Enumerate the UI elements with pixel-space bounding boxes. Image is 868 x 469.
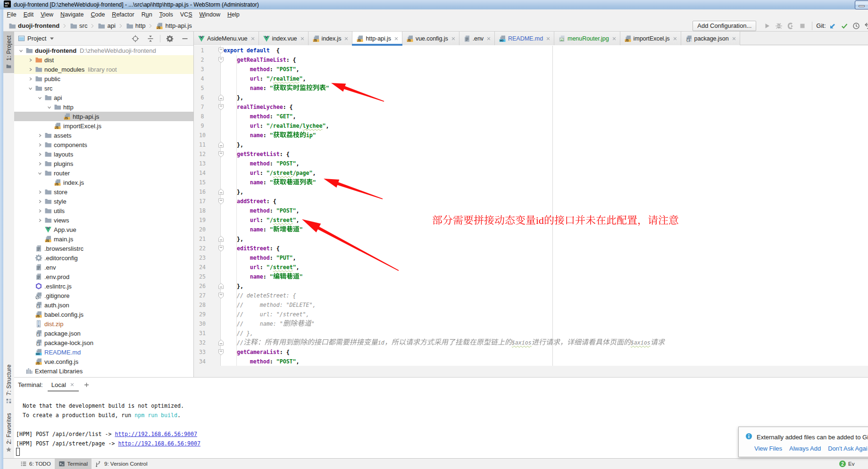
tree-item-external-libraries[interactable]: External Libraries — [14, 366, 193, 376]
tree-item-src[interactable]: src — [14, 83, 193, 93]
menu-edit[interactable]: Edit — [20, 10, 37, 19]
chevron-right-icon[interactable] — [35, 151, 44, 157]
chevron-right-icon[interactable] — [35, 161, 44, 167]
breadcrumb-item[interactable]: api — [107, 22, 115, 29]
collapse-all-icon[interactable] — [147, 35, 154, 42]
terminal-tab-local[interactable]: Local — [48, 378, 79, 392]
editor-tab-menurouter-jpg[interactable]: menuRouter.jpg — [554, 32, 620, 45]
tree-item-http[interactable]: http — [14, 102, 193, 112]
tree-item-node_modules[interactable]: node_moduleslibrary root — [14, 65, 193, 74]
editor-tab-asidemenu-vue[interactable]: AsideMenu.vue — [194, 32, 259, 45]
breadcrumb-item[interactable]: http-api.js — [165, 22, 192, 29]
notification-link-view-files[interactable]: View Files — [754, 445, 782, 452]
tab-close-icon[interactable] — [611, 36, 617, 41]
git-commit-icon[interactable] — [841, 22, 848, 30]
minimize-button[interactable] — [855, 0, 868, 9]
editor-tab-importexcel-js[interactable]: importExcel.js — [620, 32, 681, 45]
tree-item-utils[interactable]: utils — [14, 206, 193, 215]
notification-link-always-add[interactable]: Always Add — [789, 445, 821, 452]
terminal-tab-close-icon[interactable] — [69, 382, 75, 387]
tree-item-style[interactable]: style — [14, 197, 193, 206]
tree-item-assets[interactable]: assets — [14, 131, 193, 140]
chevron-right-icon[interactable] — [35, 217, 44, 223]
tree-item--env-prod[interactable]: .env.prod — [14, 272, 193, 281]
stripe-tab-2-favorites[interactable]: 2: Favorites — [3, 409, 14, 456]
tree-item-duoji-frontend[interactable]: duoji-frontendD:\zheheWeb\duoji-frontend — [14, 46, 193, 55]
notification-balloon[interactable]: Externally added files can be added to G… — [738, 427, 868, 457]
tree-item-public[interactable]: public — [14, 74, 193, 83]
tree-item-main-js[interactable]: main.js — [14, 234, 193, 244]
tree-item-babel-config-js[interactable]: babel.config.js — [14, 310, 193, 319]
menu-vcs[interactable]: VCS — [176, 10, 196, 19]
tree-item-dist-zip[interactable]: dist.zip — [14, 319, 193, 329]
editor-tab-index-vue[interactable]: index.vue — [259, 32, 309, 45]
statusbar-6-todo[interactable]: 6: TODO — [17, 459, 55, 469]
tree-item-router[interactable]: router — [14, 168, 193, 178]
tree-item-store[interactable]: store — [14, 187, 193, 197]
statusbar-terminal[interactable]: Terminal — [55, 459, 92, 469]
chevron-down-icon[interactable] — [35, 95, 44, 101]
tree-item-components[interactable]: components — [14, 140, 193, 149]
git-history-icon[interactable] — [852, 22, 860, 30]
tab-close-icon[interactable] — [545, 36, 551, 41]
tree-item-auth-json[interactable]: auth.json — [14, 300, 193, 310]
breadcrumb-item[interactable]: src — [79, 22, 87, 29]
tab-close-icon[interactable] — [486, 36, 492, 41]
chevron-down-icon[interactable] — [35, 170, 44, 176]
menu-navigate[interactable]: Navigate — [57, 10, 87, 19]
tree-item--eslintrc-js[interactable]: .eslintrc.js — [14, 281, 193, 291]
chevron-down-icon[interactable] — [25, 85, 35, 91]
notification-link-don-t-ask-agai[interactable]: Don't Ask Agai — [828, 445, 867, 452]
run-icon[interactable] — [763, 22, 771, 30]
tree-item-api[interactable]: api — [14, 93, 193, 102]
editor[interactable]: 1234567891011121314151617181920212223242… — [194, 46, 868, 366]
chevron-right-icon[interactable] — [35, 198, 44, 205]
tree-item--env[interactable]: .env — [14, 263, 193, 272]
tree-item--browserslistrc[interactable]: .browserslistrc — [14, 244, 193, 253]
panel-settings-icon[interactable] — [166, 35, 174, 42]
tree-item-package-lock-json[interactable]: package-lock.json — [14, 338, 193, 347]
tree-item-plugins[interactable]: plugins — [14, 159, 193, 168]
tab-close-icon[interactable] — [300, 36, 305, 41]
editor-tab-http-api-js[interactable]: http-api.js — [352, 32, 402, 45]
menu-code[interactable]: Code — [87, 10, 108, 19]
tree-item-dist[interactable]: dist — [14, 55, 193, 65]
tree-item-layouts[interactable]: layouts — [14, 149, 193, 159]
chevron-right-icon[interactable] — [35, 132, 44, 139]
statusbar-9-version-control[interactable]: 9: Version Control — [92, 459, 151, 469]
editor-tab-vue-config-js[interactable]: vue.config.js — [402, 32, 459, 45]
chevron-right-icon[interactable] — [25, 76, 35, 82]
tree-item--gitignore[interactable]: .gitignore — [14, 291, 193, 300]
menu-tools[interactable]: Tools — [156, 10, 176, 19]
tree-item--editorconfig[interactable]: .editorconfig — [14, 253, 193, 263]
tree-item-readme-md[interactable]: README.md — [14, 347, 193, 357]
debug-icon[interactable] — [775, 22, 783, 30]
title-bar[interactable]: duoji-frontend [D:\zheheWeb\duoji-fronte… — [0, 0, 868, 9]
hide-panel-icon[interactable] — [181, 35, 189, 42]
menu-window[interactable]: Window — [196, 10, 224, 19]
project-dropdown-icon[interactable] — [50, 35, 54, 42]
locate-file-icon[interactable] — [132, 35, 139, 42]
git-revert-icon[interactable] — [864, 22, 868, 30]
editor-tab-index-js[interactable]: index.js — [309, 32, 353, 45]
menu-refactor[interactable]: Refactor — [108, 10, 138, 19]
tab-close-icon[interactable] — [343, 36, 349, 41]
tab-close-icon[interactable] — [672, 36, 678, 41]
tree-item-views[interactable]: views — [14, 215, 193, 225]
chevron-down-icon[interactable] — [44, 104, 54, 110]
tab-close-icon[interactable] — [731, 36, 737, 41]
git-update-icon[interactable] — [829, 22, 836, 30]
coverage-icon[interactable] — [787, 22, 794, 30]
editor-tab--env[interactable]: .env — [459, 32, 495, 45]
tree-item-importexcel-js[interactable]: importExcel.js — [14, 121, 193, 131]
editor-tab-package-json[interactable]: package.json — [681, 32, 740, 45]
terminal-new-tab-icon[interactable] — [83, 382, 90, 388]
chevron-right-icon[interactable] — [35, 142, 44, 148]
menu-file[interactable]: File — [3, 10, 20, 19]
tab-close-icon[interactable] — [250, 36, 256, 41]
menu-run[interactable]: Run — [138, 10, 156, 19]
tree-item-package-json[interactable]: package.json — [14, 329, 193, 338]
tree-item-http-api-js[interactable]: http-api.js — [14, 112, 193, 121]
editor-tab-readme-md[interactable]: README.md — [495, 32, 554, 45]
stripe-tab-7-structure[interactable]: 7: Structure — [3, 361, 14, 406]
